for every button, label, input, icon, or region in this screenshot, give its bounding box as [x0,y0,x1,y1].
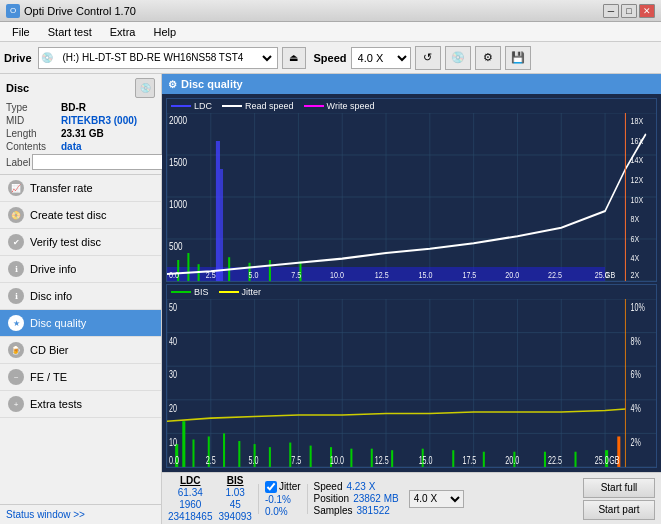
samples-value: 381522 [356,505,389,516]
chart1-legend: LDC Read speed Write speed [167,99,656,113]
svg-text:16X: 16X [631,135,644,146]
minimize-button[interactable]: ─ [603,4,619,18]
svg-rect-84 [371,449,373,467]
svg-text:0.0: 0.0 [169,269,179,280]
stats-bis-col: BIS 1.03 45 394093 [219,475,252,522]
eject-button[interactable]: ⏏ [282,47,306,69]
drive-icon: 💿 [41,52,53,63]
fe-te-icon: ~ [8,369,24,385]
svg-rect-25 [269,260,271,281]
cd-bier-icon: 🍺 [8,342,24,358]
disc-quality-title: Disc quality [181,78,243,90]
status-window-button[interactable]: Status window >> [0,504,161,524]
jitter-checkbox[interactable] [265,481,277,493]
contents-value: data [61,141,155,152]
sidebar-item-extra-tests[interactable]: + Extra tests [0,391,161,418]
disc-panel: Disc 💿 Type BD-R MID RITEKBR3 (000) Leng… [0,74,161,175]
chart2-svg: 50 40 30 20 10 10% 8% 6% 4% 2% 0.0 2.5 [167,299,656,467]
svg-rect-81 [310,446,312,467]
read-speed-legend-color [222,105,242,107]
svg-text:2.5: 2.5 [206,455,216,467]
sidebar-item-create-test-disc[interactable]: 📀 Create test disc [0,202,161,229]
stats-separator1 [258,484,259,514]
stats-separator2 [307,484,308,514]
svg-text:4X: 4X [631,252,640,263]
stats-avg-bis: 1.03 [225,487,244,498]
disc-icon-button[interactable]: 💿 [445,46,471,70]
stats-bis-header: BIS [227,475,244,486]
start-part-button[interactable]: Start part [583,500,655,520]
save-button[interactable]: 💾 [505,46,531,70]
svg-text:12.5: 12.5 [375,269,389,280]
svg-text:5.0: 5.0 [249,269,259,280]
charts-area: LDC Read speed Write speed [162,94,661,472]
label-input[interactable] [32,154,165,170]
contents-key: Contents [6,141,61,152]
stats-avg-ldc: 61.34 [178,487,203,498]
position-value: 23862 MB [353,493,399,504]
speed-select[interactable]: 4.0 X Max [351,47,411,69]
write-speed-legend-label: Write speed [327,101,375,111]
svg-rect-54 [167,299,656,467]
extra-tests-icon: + [8,396,24,412]
svg-text:40: 40 [169,335,177,347]
speed-info-value: 4.23 X [346,481,375,492]
disc-panel-icon[interactable]: 💿 [135,78,155,98]
drive-select[interactable]: (H:) HL-DT-ST BD-RE WH16NS58 TST4 [55,48,275,68]
speed-info-label: Speed [314,481,343,492]
create-test-disc-icon: 📀 [8,207,24,223]
menu-start-test[interactable]: Start test [40,24,100,40]
app-title: Opti Drive Control 1.70 [24,5,136,17]
ldc-legend-label: LDC [194,101,212,111]
nav-label-create-test-disc: Create test disc [30,209,106,221]
sidebar-item-transfer-rate[interactable]: 📈 Transfer rate [0,175,161,202]
sidebar-item-verify-test-disc[interactable]: ✔ Verify test disc [0,229,161,256]
menu-file[interactable]: File [4,24,38,40]
svg-text:4%: 4% [631,403,641,415]
sidebar-item-disc-info[interactable]: ℹ Disc info [0,283,161,310]
verify-test-disc-icon: ✔ [8,234,24,250]
samples-label: Samples [314,505,353,516]
svg-rect-21 [187,253,189,281]
settings-icon-button[interactable]: ⚙ [475,46,501,70]
write-speed-legend-color [304,105,324,107]
svg-text:18X: 18X [631,115,644,126]
svg-text:12.5: 12.5 [375,455,389,467]
sidebar-item-disc-quality[interactable]: ★ Disc quality [0,310,161,337]
action-buttons: Start full Start part [583,478,655,520]
chart2-legend: BIS Jitter [167,285,656,299]
refresh-button[interactable]: ↺ [415,46,441,70]
svg-rect-91 [575,452,577,467]
disc-panel-title: Disc [6,82,29,94]
disc-quality-header: ⚙ Disc quality [162,74,661,94]
svg-text:500: 500 [169,240,183,253]
stats-total-bis: 394093 [219,511,252,522]
toolbar: Drive 💿 (H:) HL-DT-ST BD-RE WH16NS58 TST… [0,42,661,74]
sidebar-item-fe-te[interactable]: ~ FE / TE [0,364,161,391]
drive-info-icon: ℹ [8,261,24,277]
nav-label-extra-tests: Extra tests [30,398,82,410]
svg-rect-88 [483,452,485,467]
menu-extra[interactable]: Extra [102,24,144,40]
svg-text:10: 10 [169,436,177,448]
menu-help[interactable]: Help [145,24,184,40]
stats-max-ldc: 1960 [179,499,201,510]
svg-rect-87 [452,450,454,467]
svg-text:5.0: 5.0 [249,455,259,467]
stats-speed-select[interactable]: 4.0 X [409,490,464,508]
chart1-plot: 2000 1500 1000 500 18X 16X 14X 12X 10X 8… [167,113,656,281]
sidebar-item-cd-bier[interactable]: 🍺 CD Bier [0,337,161,364]
svg-text:2X: 2X [631,269,640,280]
speed-info-col: Speed 4.23 X Position 23862 MB Samples 3… [314,481,399,516]
maximize-button[interactable]: □ [621,4,637,18]
stats-max-jitter: 0.0% [265,506,301,517]
svg-text:0.0: 0.0 [169,455,179,467]
nav-label-transfer-rate: Transfer rate [30,182,93,194]
svg-text:15.0: 15.0 [419,269,433,280]
close-button[interactable]: ✕ [639,4,655,18]
sidebar-item-drive-info[interactable]: ℹ Drive info [0,256,161,283]
stats-avg-jitter: -0.1% [265,494,301,505]
start-full-button[interactable]: Start full [583,478,655,498]
svg-text:20.0: 20.0 [505,269,519,280]
label-key: Label [6,157,30,168]
